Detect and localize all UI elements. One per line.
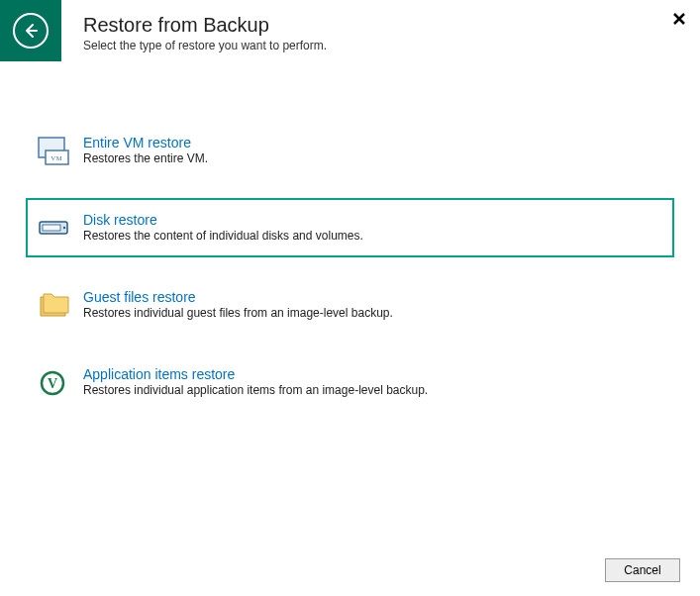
option-text: Disk restore Restores the content of ind… (83, 212, 662, 243)
option-guest-files-restore[interactable]: Guest files restore Restores individual … (26, 275, 674, 335)
svg-point-5 (63, 227, 65, 229)
back-button-container (0, 0, 61, 61)
option-desc: Restores the content of individual disks… (83, 229, 662, 243)
page-title: Restore from Backup (83, 14, 327, 37)
disk-icon (38, 214, 71, 244)
close-icon (672, 12, 686, 26)
option-title: Guest files restore (83, 289, 662, 305)
option-desc: Restores the entire VM. (83, 151, 662, 165)
restore-options: VM Entire VM restore Restores the entire… (0, 121, 700, 412)
back-button[interactable] (13, 13, 49, 49)
svg-text:VM: VM (50, 154, 62, 162)
title-area: Restore from Backup Select the type of r… (83, 14, 327, 52)
footer: Cancel (605, 558, 680, 582)
page-subtitle: Select the type of restore you want to p… (83, 39, 327, 52)
option-title: Application items restore (83, 366, 662, 382)
option-text: Application items restore Restores indiv… (83, 366, 662, 397)
option-desc: Restores individual application items fr… (83, 383, 662, 397)
arrow-left-icon (22, 22, 40, 40)
option-title: Disk restore (83, 212, 662, 228)
folder-icon (38, 291, 71, 321)
option-text: Entire VM restore Restores the entire VM… (83, 135, 662, 165)
close-button[interactable] (672, 10, 686, 31)
application-icon: V (38, 368, 71, 398)
svg-rect-4 (43, 225, 60, 231)
vm-icon: VM (38, 137, 71, 166)
option-entire-vm-restore[interactable]: VM Entire VM restore Restores the entire… (26, 121, 674, 180)
svg-text:V: V (48, 376, 57, 391)
option-disk-restore[interactable]: Disk restore Restores the content of ind… (26, 198, 674, 257)
option-application-items-restore[interactable]: V Application items restore Restores ind… (26, 352, 674, 412)
option-desc: Restores individual guest files from an … (83, 306, 662, 320)
option-title: Entire VM restore (83, 135, 662, 150)
cancel-button[interactable]: Cancel (605, 558, 680, 582)
option-text: Guest files restore Restores individual … (83, 289, 662, 320)
wizard-header: Restore from Backup Select the type of r… (0, 0, 700, 71)
